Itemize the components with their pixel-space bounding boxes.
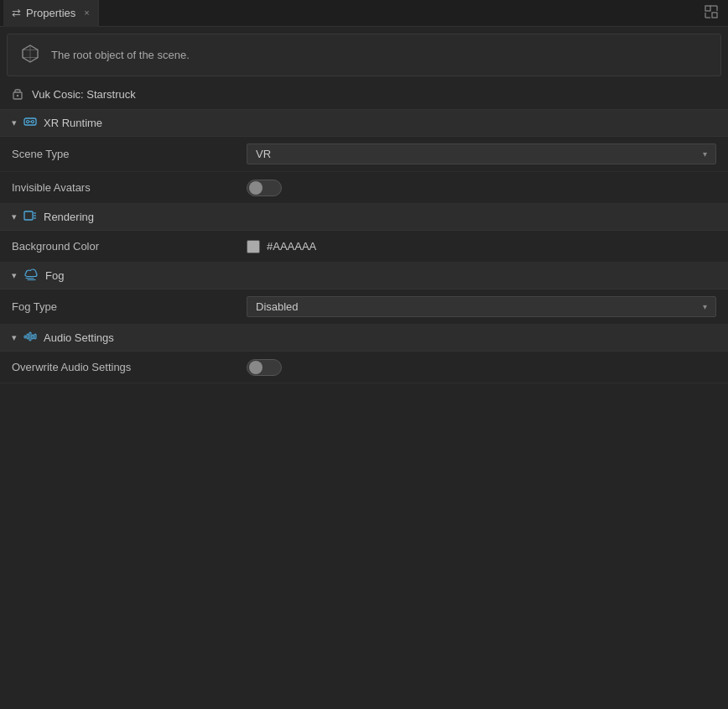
properties-panel: ⇄ Properties × T xyxy=(0,0,728,709)
audio-settings-icon xyxy=(23,331,37,345)
properties-tab-label: Properties xyxy=(26,7,75,19)
expand-icon xyxy=(705,5,718,18)
fog-section-header[interactable]: ▾ Fog xyxy=(0,263,728,289)
xr-runtime-section-header[interactable]: ▾ XR Runtime xyxy=(0,110,728,137)
tab-close-button[interactable]: × xyxy=(84,8,89,18)
scene-type-label: Scene Type xyxy=(12,148,247,160)
svg-rect-21 xyxy=(24,336,26,338)
overwrite-audio-settings-knob xyxy=(249,361,263,374)
svg-rect-22 xyxy=(34,334,36,339)
scene-root-icon xyxy=(19,43,41,67)
scene-type-dropdown[interactable]: VR ▾ xyxy=(247,143,716,164)
audio-settings-section-header[interactable]: ▾ Audio Settings xyxy=(0,325,728,352)
fog-icon xyxy=(23,268,39,283)
svg-point-10 xyxy=(32,121,34,123)
color-swatch-container: #AAAAAA xyxy=(247,240,316,253)
fog-type-value: Disabled xyxy=(256,300,299,313)
svg-rect-18 xyxy=(27,334,29,339)
background-color-swatch[interactable] xyxy=(247,240,260,253)
background-color-label: Background Color xyxy=(12,240,247,253)
project-name: Vuk Cosic: Starstruck xyxy=(32,88,136,101)
invisible-avatars-toggle[interactable] xyxy=(247,180,282,196)
svg-rect-20 xyxy=(32,335,34,339)
xr-runtime-section: ▾ XR Runtime Scene Type VR xyxy=(0,110,728,204)
xr-runtime-label: XR Runtime xyxy=(44,117,102,129)
xr-runtime-icon xyxy=(23,116,37,130)
content-area: The root object of the scene. Vuk Cosic:… xyxy=(0,27,728,709)
background-color-control: #AAAAAA xyxy=(247,240,716,253)
fog-label: Fog xyxy=(45,269,64,282)
svg-rect-12 xyxy=(24,211,33,220)
properties-tab[interactable]: ⇄ Properties × xyxy=(3,0,99,27)
invisible-avatars-row: Invisible Avatars xyxy=(0,172,728,204)
info-text: The root object of the scene. xyxy=(51,49,190,61)
rendering-chevron: ▾ xyxy=(12,211,17,222)
fog-chevron: ▾ xyxy=(12,270,17,281)
properties-tab-icon: ⇄ xyxy=(12,7,21,19)
scene-type-value: VR xyxy=(256,148,271,160)
invisible-avatars-control xyxy=(247,180,716,196)
lock-icon xyxy=(12,86,23,102)
svg-point-7 xyxy=(17,95,18,96)
fog-type-dropdown[interactable]: Disabled ▾ xyxy=(247,296,716,317)
svg-rect-0 xyxy=(705,6,710,11)
svg-rect-19 xyxy=(29,332,31,341)
audio-settings-chevron: ▾ xyxy=(12,332,17,343)
fog-type-label: Fog Type xyxy=(12,300,247,313)
rendering-label: Rendering xyxy=(44,211,94,223)
background-color-row: Background Color #AAAAAA xyxy=(0,231,728,263)
invisible-avatars-label: Invisible Avatars xyxy=(12,181,247,194)
audio-settings-label: Audio Settings xyxy=(44,331,114,344)
scene-type-arrow: ▾ xyxy=(703,149,707,159)
scene-type-control: VR ▾ xyxy=(247,143,716,164)
fog-type-row: Fog Type Disabled ▾ xyxy=(0,289,728,325)
panel-expand-button[interactable] xyxy=(698,5,725,21)
rendering-section-header[interactable]: ▾ Rendering xyxy=(0,204,728,231)
overwrite-audio-settings-row: Overwrite Audio Settings xyxy=(0,352,728,383)
invisible-avatars-knob xyxy=(249,181,263,195)
overwrite-audio-settings-control xyxy=(247,359,716,376)
rendering-section: ▾ Rendering Background Color xyxy=(0,204,728,263)
fog-type-control: Disabled ▾ xyxy=(247,296,716,317)
rendering-icon xyxy=(23,210,37,224)
scene-type-row: Scene Type VR ▾ xyxy=(0,137,728,172)
project-row: Vuk Cosic: Starstruck xyxy=(0,80,728,110)
overwrite-audio-settings-toggle[interactable] xyxy=(247,359,282,376)
xr-runtime-chevron: ▾ xyxy=(12,117,17,128)
fog-type-arrow: ▾ xyxy=(703,302,707,311)
tab-list: ⇄ Properties × xyxy=(3,0,99,27)
svg-point-9 xyxy=(27,121,29,123)
fog-section: ▾ Fog Fog Type Disabled ▾ xyxy=(0,263,728,325)
overwrite-audio-settings-label: Overwrite Audio Settings xyxy=(12,361,247,373)
tab-bar: ⇄ Properties × xyxy=(0,0,728,27)
svg-rect-1 xyxy=(712,13,717,18)
audio-settings-section: ▾ Audio Settings Overwrite Audio Setting… xyxy=(0,325,728,383)
info-box: The root object of the scene. xyxy=(7,34,721,76)
background-color-hex: #AAAAAA xyxy=(267,240,316,253)
